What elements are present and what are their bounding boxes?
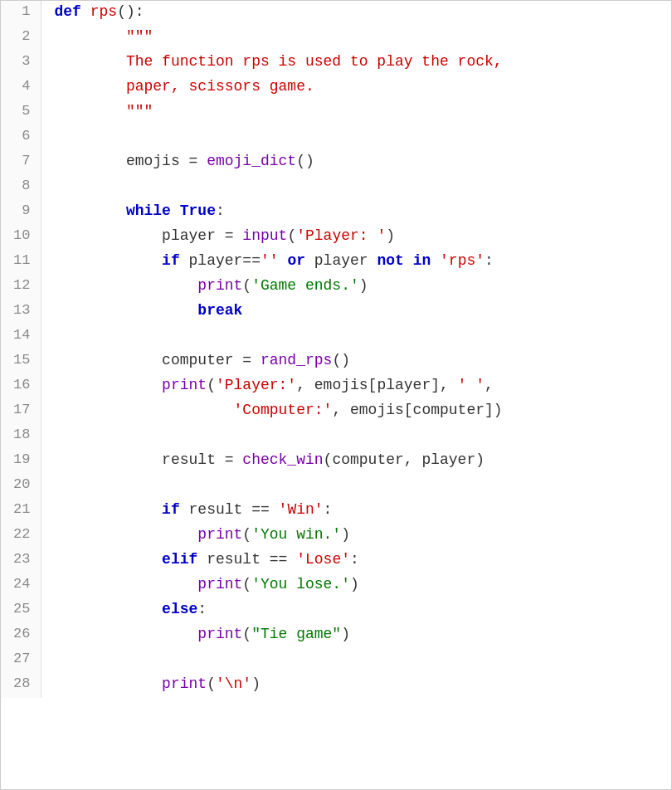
line-number: 14	[1, 324, 41, 349]
table-row: 15 computer = rand_rps()	[1, 349, 671, 374]
str-rps: 'rps'	[440, 252, 485, 269]
operator-assign2: =	[225, 227, 234, 244]
line-content: print('\n')	[41, 673, 671, 698]
line-content: def rps():	[41, 1, 671, 26]
paren6: ()	[332, 352, 350, 368]
line-content: break	[41, 300, 671, 324]
var-emojis: emojis	[55, 153, 189, 169]
str-you-win: 'You win.'	[251, 526, 341, 543]
table-row: 11 if player=='' or player not in 'rps':	[1, 250, 671, 275]
line-number: 11	[1, 250, 41, 275]
operator-eq2: ==	[251, 501, 270, 518]
space10: result	[180, 501, 251, 518]
fn-rand-rps: rand_rps	[261, 352, 332, 368]
table-row: 24 print('You lose.')	[1, 573, 671, 598]
line-content: """	[41, 26, 671, 51]
operator-eq3: ==	[270, 551, 288, 568]
line-content	[41, 324, 671, 349]
paren13: (	[242, 626, 251, 642]
str-player-label: 'Player:'	[216, 377, 296, 393]
line-content: if player=='' or player not in 'rps':	[41, 250, 671, 275]
keyword-not: not	[377, 252, 403, 269]
paren3: )	[386, 227, 395, 244]
keyword-elif: elif	[55, 551, 198, 568]
colon5: :	[197, 601, 207, 617]
keyword-else: else	[55, 601, 198, 617]
table-row: 16 print('Player:', emojis[player], ' ',	[1, 374, 671, 399]
space13	[287, 551, 296, 568]
line-number: 7	[1, 150, 41, 175]
paren11: (	[242, 576, 251, 592]
space3: player	[180, 252, 243, 269]
table-row: 9 while True:	[1, 200, 671, 225]
table-row: 18	[1, 424, 671, 449]
paren15: (	[207, 675, 216, 692]
line-number: 6	[1, 125, 41, 150]
space7	[431, 252, 440, 269]
paren8: (computer, player)	[324, 451, 485, 468]
table-row: 22 print('You win.')	[1, 524, 671, 549]
line-number: 22	[1, 524, 41, 549]
line-number: 13	[1, 300, 41, 324]
table-row: 1 def rps():	[1, 1, 671, 26]
line-content: else:	[41, 598, 671, 623]
line-number: 10	[1, 225, 41, 250]
paren7: (	[207, 377, 216, 393]
paren5: )	[359, 277, 368, 294]
var-player: player	[55, 227, 225, 244]
line-content: paper, scissors game.	[41, 76, 671, 100]
line-content	[41, 474, 671, 499]
line-content	[41, 175, 671, 200]
comma2: ,	[485, 377, 494, 393]
line-number: 24	[1, 573, 41, 598]
comma3: , emojis[computer])	[332, 402, 502, 418]
keyword-break: break	[55, 302, 243, 319]
str-lose: 'Lose'	[296, 551, 350, 568]
line-number: 20	[1, 474, 41, 499]
paren4: (	[242, 277, 251, 294]
line-content: while True:	[41, 200, 671, 225]
line-number: 25	[1, 598, 41, 623]
keyword-or: or	[287, 252, 305, 269]
colon2: :	[485, 252, 494, 269]
fn-input: input	[242, 227, 287, 244]
docstring-close: """	[55, 103, 153, 119]
table-row: 23 elif result == 'Lose':	[1, 549, 671, 573]
str-space: ' '	[458, 377, 485, 393]
str-you-lose: 'You lose.'	[251, 576, 350, 592]
syntax: ():	[117, 3, 144, 20]
str-newline: '\n'	[216, 675, 251, 692]
table-row: 8	[1, 175, 671, 200]
line-number: 26	[1, 623, 41, 648]
str-computer-label: 'Computer:'	[234, 402, 333, 418]
line-content: elif result == 'Lose':	[41, 549, 671, 573]
space6	[404, 252, 413, 269]
table-row: 13 break	[1, 300, 671, 324]
line-number: 12	[1, 275, 41, 300]
fn-emoji-dict: emoji_dict	[207, 153, 296, 169]
table-row: 2 """	[1, 26, 671, 51]
operator-assign4: =	[225, 451, 234, 468]
line-number: 28	[1, 673, 41, 698]
line-content: print("Tie game")	[41, 623, 671, 648]
line-content: result = check_win(computer, player)	[41, 449, 671, 474]
line-number: 5	[1, 100, 41, 125]
line-content	[41, 648, 671, 673]
line-number: 18	[1, 424, 41, 449]
operator-assign3: =	[242, 352, 251, 368]
str-game-ends: 'Game ends.'	[251, 277, 359, 294]
str-win: 'Win'	[279, 501, 324, 518]
paren2: (	[287, 227, 296, 244]
table-row: 10 player = input('Player: ')	[1, 225, 671, 250]
fn-check-win: check_win	[242, 451, 323, 468]
str-tie-game: "Tie game"	[251, 626, 341, 642]
function-name: rps	[90, 3, 117, 20]
line-number: 27	[1, 648, 41, 673]
table-row: 12 print('Game ends.')	[1, 275, 671, 300]
fn-print-4: print	[55, 576, 243, 592]
keyword-in: in	[413, 252, 431, 269]
str-player-prompt: 'Player: '	[296, 227, 386, 244]
space9	[234, 451, 243, 468]
fn-print-1: print	[55, 277, 243, 294]
space11	[270, 501, 279, 518]
